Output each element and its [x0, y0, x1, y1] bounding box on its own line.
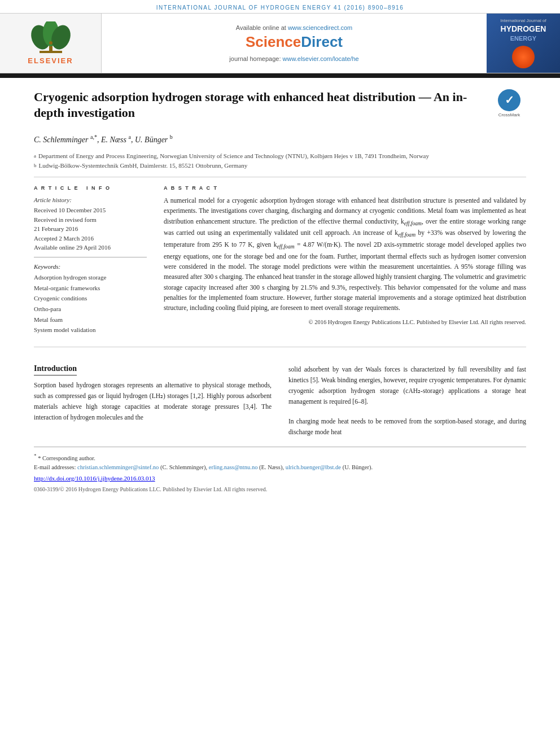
- keyword-1: Metal-organic frameworks: [34, 283, 147, 294]
- available-online-text: Available online at www.sciencedirect.co…: [236, 24, 352, 31]
- sd-url-link[interactable]: www.sciencedirect.com: [288, 24, 352, 31]
- journal-header: International Journal of Hydrogen Energy…: [0, 0, 560, 13]
- intro-text-right: solid adsorbent by van der Waals forces …: [288, 364, 526, 407]
- email1-link[interactable]: christian.schlemminger@sintef.no: [77, 464, 159, 470]
- crossmark-block[interactable]: ✓ CrossMark: [492, 89, 526, 117]
- keyword-4: Metal foam: [34, 314, 147, 325]
- homepage-link[interactable]: www.elsevier.com/locate/he: [283, 55, 359, 62]
- keyword-3: Ortho-para: [34, 304, 147, 314]
- author-bunger: U. Bünger: [135, 136, 168, 144]
- footnotes-block: * * Corresponding author. E-mail address…: [0, 452, 560, 473]
- received-date: Received 10 December 2015: [34, 207, 106, 213]
- email-addresses: E-mail addresses: christian.schlemminger…: [34, 463, 526, 473]
- sciencedirect-brand: ScienceDirect: [246, 33, 343, 51]
- author-naess: E. Næss: [101, 136, 126, 144]
- affiliation-b: b Ludwig-Bölkow-Systemtechnik GmbH, Daim…: [34, 161, 526, 171]
- article-info-col: A R T I C L E I N F O Article history: R…: [34, 185, 147, 335]
- revised-date: 21 February 2016: [34, 225, 78, 232]
- keywords-list: Adsorption hydrogen storage Metal-organi…: [34, 272, 147, 335]
- intro-left-col: Introduction Sorption based hydrogen sto…: [34, 364, 272, 438]
- affiliation-a: a Department of Energy and Process Engin…: [34, 151, 526, 161]
- email3-link[interactable]: ulrich.buenger@lbst.de: [286, 464, 341, 470]
- journal-homepage: journal homepage: www.elsevier.com/locat…: [229, 55, 358, 62]
- history-label: Article history:: [34, 195, 147, 205]
- keyword-2: Cryogenic conditions: [34, 293, 147, 304]
- issn-line: 0360-3199/© 2016 Hydrogen Energy Publica…: [0, 484, 560, 495]
- svg-rect-2: [40, 51, 62, 53]
- doi-link[interactable]: http://dx.doi.org/10.1016/j.ijhydene.201…: [34, 475, 155, 482]
- corresponding-note: * * Corresponding author.: [34, 452, 526, 463]
- abstract-copyright: © 2016 Hydrogen Energy Publications LLC.…: [164, 319, 526, 325]
- author-sup-b: b: [170, 134, 173, 140]
- revised-label: Received in revised form: [34, 216, 97, 223]
- elsevier-tree-graphic: [17, 21, 85, 54]
- abstract-label: A B S T R A C T: [164, 185, 526, 191]
- author-sup-a-star: a,*: [90, 134, 97, 140]
- keyword-5: System model validation: [34, 325, 147, 335]
- journal-logo-text: International Journal of HYDROGEN ENERGY: [500, 18, 546, 42]
- intro-section-title: Introduction: [34, 364, 77, 375]
- journal-logo-block: International Journal of HYDROGEN ENERGY: [487, 14, 560, 73]
- center-header-block: Available online at www.sciencedirect.co…: [102, 14, 487, 73]
- abstract-col: A B S T R A C T A numerical model for a …: [164, 185, 526, 335]
- affiliations-block: a Department of Energy and Process Engin…: [0, 149, 560, 177]
- keywords-label: Keywords:: [34, 263, 147, 270]
- elsevier-brand-text: ELSEVIER: [28, 56, 73, 65]
- info-divider: [34, 257, 147, 257]
- article-title-row: Cryogenic adsorption hydrogen storage wi…: [34, 89, 526, 121]
- author-schlemminger: C. Schlemminger: [34, 136, 88, 144]
- doi-line: http://dx.doi.org/10.1016/j.ijhydene.201…: [0, 473, 560, 484]
- journal-logo-circle: [512, 46, 535, 68]
- accepted-date: Accepted 2 March 2016: [34, 235, 94, 242]
- crossmark-icon: ✓: [498, 89, 520, 111]
- article-info-label: A R T I C L E I N F O: [34, 185, 147, 191]
- body-two-col: Introduction Sorption based hydrogen sto…: [0, 364, 560, 438]
- elsevier-logo-block: ELSEVIER: [0, 14, 102, 73]
- authors-block: C. Schlemminger a,*, E. Næss a, U. Bünge…: [0, 127, 560, 149]
- intro-right-col: solid adsorbent by van der Waals forces …: [288, 364, 526, 438]
- keyword-0: Adsorption hydrogen storage: [34, 272, 147, 283]
- article-title: Cryogenic adsorption hydrogen storage wi…: [34, 89, 481, 121]
- intro-text-right2: In charging mode heat needs to be remove…: [288, 416, 526, 438]
- top-banner: ELSEVIER Available online at www.science…: [0, 13, 560, 73]
- black-divider-bar: [0, 73, 560, 78]
- article-history: Article history: Received 10 December 20…: [34, 195, 147, 252]
- email2-link[interactable]: erling.nass@ntnu.no: [209, 464, 258, 470]
- crossmark-label: CrossMark: [498, 112, 520, 117]
- svg-point-6: [49, 41, 53, 45]
- available-date: Available online 29 April 2016: [34, 244, 111, 251]
- author-sup-a: a: [129, 134, 131, 140]
- intro-header-section: [0, 347, 560, 364]
- footnote-divider: [34, 447, 526, 447]
- abstract-text: A numerical model for a cryogenic adsorp…: [164, 195, 526, 313]
- article-header: Cryogenic adsorption hydrogen storage wi…: [0, 78, 560, 127]
- article-info-abstract-section: A R T I C L E I N F O Article history: R…: [0, 177, 560, 335]
- intro-text-left: Sorption based hydrogen storages represe…: [34, 380, 272, 423]
